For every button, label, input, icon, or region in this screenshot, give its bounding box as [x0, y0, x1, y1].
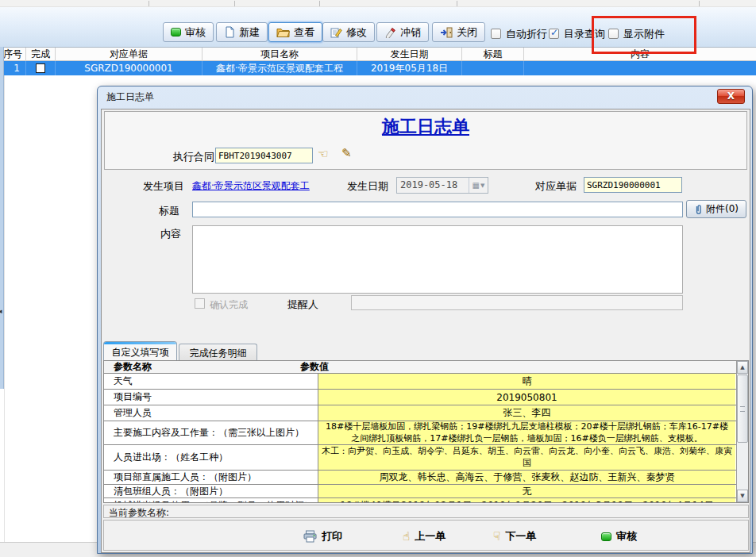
param-name: 机械进出场及使用：（品牌、型号、使用时间） — [104, 498, 318, 503]
scroll-up-icon[interactable]: ▲ — [737, 361, 748, 374]
print-button[interactable]: 打印 — [303, 528, 342, 545]
dialog-titlebar[interactable]: 施工日志单 — [98, 86, 752, 108]
row-date: 2019年05月18日 — [357, 61, 462, 75]
column-header-doc[interactable]: 对应单据 — [56, 48, 202, 61]
param-value[interactable]: 张三、李四 — [318, 405, 735, 421]
contract-band: 执行合同 ☜ ✎ — [104, 142, 747, 170]
project-link[interactable]: 鑫都·帝景示范区景观配套工 — [192, 179, 310, 193]
param-name: 清包班组人员：（附图片） — [104, 485, 318, 497]
hand-down-icon: ☟ — [493, 531, 500, 543]
param-value[interactable]: 木工：向尹贺、向玉成、胡令学、吕延东、胡玉、向云雷、向云龙、向小奎、向云飞、康浩… — [318, 445, 735, 470]
reminder-label: 提醒人 — [287, 298, 318, 312]
print-icon — [303, 530, 317, 543]
param-value[interactable]: 周双龙、韩长忠、高海云、于修营、张麦秋、赵边防、王新兴、秦梦贤 — [318, 471, 735, 484]
param-value[interactable]: 无 — [318, 485, 735, 497]
previous-record-button[interactable]: ☝ 上一单 — [403, 528, 446, 545]
doc-field[interactable] — [584, 177, 682, 193]
dialog-footer: 打印 ☝ 上一单 ☟ 下一单 审核 — [103, 520, 749, 551]
column-header-title[interactable]: 标题 — [462, 48, 524, 61]
doc-label: 对应单据 — [535, 179, 577, 194]
table-row: 人员进出场：（姓名工种） 木工：向尹贺、向玉成、胡令学、吕延东、胡玉、向云雷、向… — [104, 445, 736, 471]
param-table-header: 参数名称 参数值 — [104, 361, 748, 374]
new-button[interactable]: 新建 — [216, 22, 268, 42]
left-panel-splitter[interactable] — [0, 47, 4, 389]
table-row: 机械进出场及使用：（品牌、型号、使用时间） 18#楼40塔吊2018年12月1日… — [104, 498, 736, 503]
modify-button[interactable]: 修改 — [322, 22, 375, 42]
project-label: 发生项目 — [143, 179, 184, 194]
writeoff-button[interactable]: 冲销 — [376, 22, 429, 42]
row-title — [462, 61, 524, 75]
tab-custom-fields-label: 自定义填写项 — [112, 347, 169, 358]
title-label: 标题 — [159, 204, 179, 218]
writeoff-button-label: 冲销 — [400, 25, 421, 40]
calendar-dropdown-icon[interactable]: ▦▼ — [469, 178, 488, 193]
contract-field[interactable] — [215, 148, 313, 163]
current-param-statusbar: 当前参数名称: — [103, 505, 749, 518]
hand-up-icon: ☝ — [403, 531, 410, 543]
column-header-done[interactable]: 完成 — [26, 48, 56, 61]
param-table-scrollbar[interactable]: ▲ ▼ — [736, 361, 748, 502]
date-label: 发生日期 — [347, 179, 388, 194]
scroll-down-icon[interactable]: ▼ — [737, 490, 748, 502]
title-field[interactable] — [192, 202, 683, 217]
content-field[interactable] — [192, 225, 683, 294]
reminder-field — [351, 295, 683, 310]
content-label: 内容 — [160, 227, 181, 241]
row-project: 鑫都·帝景示范区景观配套工程 — [202, 61, 357, 75]
catalog-query-checkbox-box[interactable] — [549, 29, 559, 39]
param-name: 管理人员 — [104, 405, 318, 421]
param-value[interactable]: 晴 — [318, 374, 735, 389]
print-button-label: 打印 — [322, 529, 342, 544]
table-row: 项目编号 2019050801 — [104, 390, 736, 405]
paperclip-icon — [694, 204, 703, 215]
column-header-project[interactable]: 项目名称 — [202, 48, 357, 61]
dialog-close-button[interactable]: X — [717, 89, 745, 104]
param-table-rows: 天气 晴 项目编号 2019050801 管理人员 张三、李四 主要施工内容及工… — [104, 374, 736, 503]
param-value[interactable]: 2019050801 — [318, 390, 735, 405]
row-doc-no: SGRZD190000001 — [56, 61, 202, 75]
attachment-button[interactable]: 附件(0) — [686, 200, 746, 218]
approve-button[interactable]: 审核 — [163, 22, 214, 42]
column-tick — [319, 1, 320, 6]
close-button[interactable]: 关闭 — [432, 22, 485, 42]
param-value[interactable]: 18#楼40塔吊2018年12月1日—2019年1月20日；2019年3月19日… — [318, 498, 735, 503]
date-value: 2019-05-18 — [397, 178, 469, 193]
autowrap-checkbox-box[interactable] — [491, 29, 501, 39]
edit-notepad-icon — [330, 26, 342, 38]
tab-custom-fields[interactable]: 自定义填写项 — [103, 341, 177, 360]
close-button-label: 关闭 — [457, 25, 477, 40]
previous-record-label: 上一单 — [415, 529, 446, 544]
autowrap-checkbox[interactable]: 自动折行 — [491, 28, 547, 40]
next-record-button[interactable]: ☟ 下一单 — [493, 528, 536, 545]
column-header-date[interactable]: 发生日期 — [357, 48, 462, 61]
column-tick — [457, 1, 457, 6]
param-name: 天气 — [104, 374, 318, 389]
contract-label: 执行合同 — [173, 150, 214, 164]
red-highlight-annotation — [592, 16, 696, 54]
view-button-label: 查看 — [294, 25, 314, 40]
approve-button-label: 审核 — [185, 25, 206, 40]
scrollbar-thumb[interactable] — [737, 375, 748, 443]
column-tick — [148, 1, 149, 6]
tab-task-detail[interactable]: 完成任务明细 — [179, 344, 257, 360]
approve-icon — [601, 532, 611, 541]
autowrap-checkbox-label: 自动折行 — [506, 27, 547, 41]
row-done-checkbox[interactable] — [36, 63, 45, 73]
table-row[interactable]: 1 SGRZD190000001 鑫都·帝景示范区景观配套工程 2019年05月… — [0, 61, 756, 75]
param-name: 项目部直属施工人员：（附图片） — [104, 471, 318, 484]
view-button[interactable]: 查看 — [268, 22, 322, 42]
top-strip — [0, 0, 756, 7]
modify-button-label: 修改 — [346, 25, 367, 40]
dialog-body: 施工日志单 执行合同 ☜ ✎ 发生项目 鑫都·帝景示范区景观配套工 发生日期 2… — [101, 109, 750, 553]
approve-record-button[interactable]: 审核 — [601, 528, 637, 545]
table-row: 项目部直属施工人员：（附图片） 周双龙、韩长忠、高海云、于修营、张麦秋、赵边防、… — [104, 471, 736, 485]
table-row: 主要施工内容及工作量：（需三张以上图片） 18#楼十层墙板加固，绑扎梁钢筋；19… — [104, 421, 736, 445]
param-value[interactable]: 18#楼十层墙板加固，绑扎梁钢筋；19#楼绑扎九层支墙柱模板；20#楼十层绑扎钢… — [318, 421, 735, 444]
param-name: 主要施工内容及工作量：（需三张以上图片） — [104, 421, 318, 444]
hand-select-icon[interactable]: ☜ — [318, 148, 328, 160]
param-table: 参数名称 参数值 天气 晴 项目编号 2019050801 管理人员 张三、李四… — [103, 360, 749, 503]
param-name: 人员进出场：（姓名工种） — [104, 445, 318, 470]
pen-edit-icon[interactable]: ✎ — [341, 148, 352, 159]
param-name: 项目编号 — [104, 390, 318, 405]
date-picker[interactable]: 2019-05-18 ▦▼ — [396, 177, 488, 194]
